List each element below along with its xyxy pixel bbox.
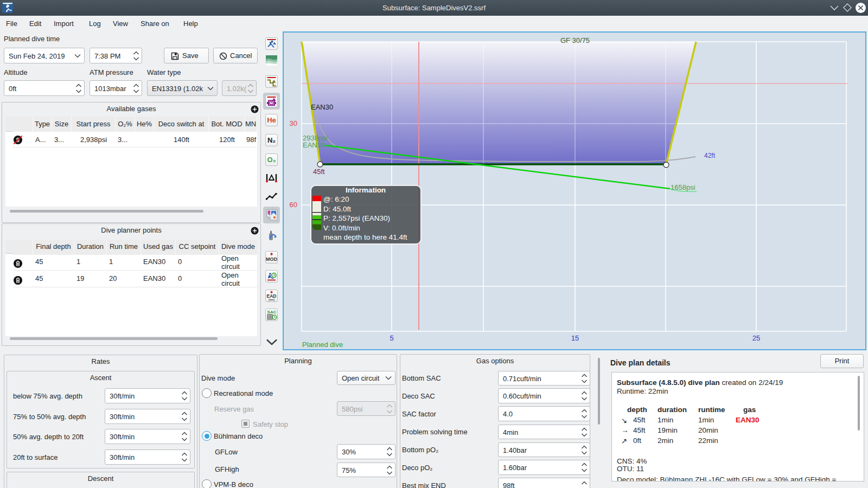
svg-text:5: 5 <box>390 334 393 342</box>
svg-text:60: 60 <box>290 201 297 209</box>
svg-text:MOD: MOD <box>266 256 277 262</box>
svg-text:mean depth to here 41.4ft: mean depth to here 41.4ft <box>323 233 407 241</box>
svg-text:42ft: 42ft <box>704 152 716 159</box>
svg-text:45ft: 45ft <box>313 168 325 176</box>
svg-text:15: 15 <box>571 334 579 342</box>
svg-text:@: 6:20: @: 6:20 <box>323 195 349 203</box>
svg-text:GF 30/75: GF 30/75 <box>560 36 590 44</box>
svg-text:SAC: SAC <box>267 310 277 314</box>
svg-text:(•••): (•••) <box>269 298 275 302</box>
svg-text:Information: Information <box>346 186 386 194</box>
svg-text:D: 45.0ft: D: 45.0ft <box>323 205 351 213</box>
svg-text:30: 30 <box>290 119 297 127</box>
svg-text:P: 2,557psi (EAN30): P: 2,557psi (EAN30) <box>323 214 390 222</box>
svg-text:V: 0.0ft/min: V: 0.0ft/min <box>323 224 360 232</box>
svg-text:EAN30: EAN30 <box>311 103 333 111</box>
svg-text:EAN30: EAN30 <box>303 141 325 149</box>
svg-text:Planned dive: Planned dive <box>302 341 343 349</box>
svg-text:1658psi: 1658psi <box>671 183 695 191</box>
svg-text:25: 25 <box>752 334 760 342</box>
